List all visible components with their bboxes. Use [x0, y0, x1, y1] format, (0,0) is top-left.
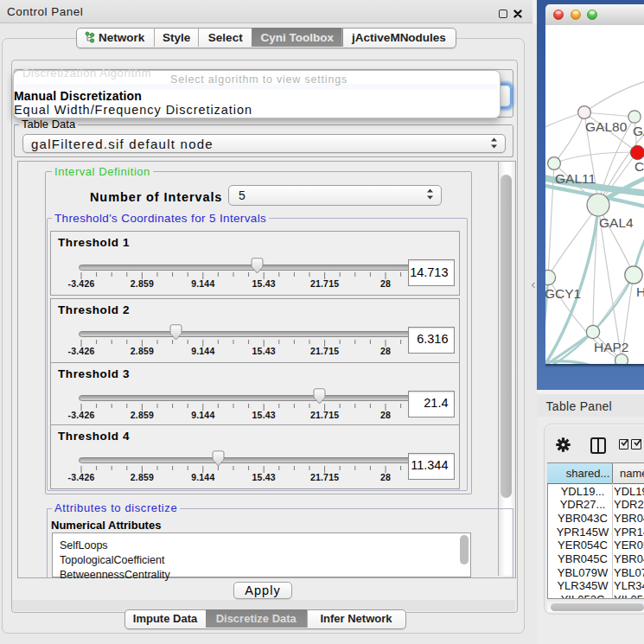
svg-text:GAL11: GAL11	[555, 171, 596, 186]
svg-text:GAL4: GAL4	[599, 215, 634, 230]
svg-text:GCY1: GCY1	[545, 286, 581, 301]
svg-text:C: C	[634, 159, 644, 174]
svg-text:HAP2: HAP2	[594, 340, 629, 354]
svg-text:H: H	[636, 284, 644, 299]
svg-text:GA: GA	[633, 124, 644, 138]
svg-text:GAL80: GAL80	[585, 119, 628, 134]
